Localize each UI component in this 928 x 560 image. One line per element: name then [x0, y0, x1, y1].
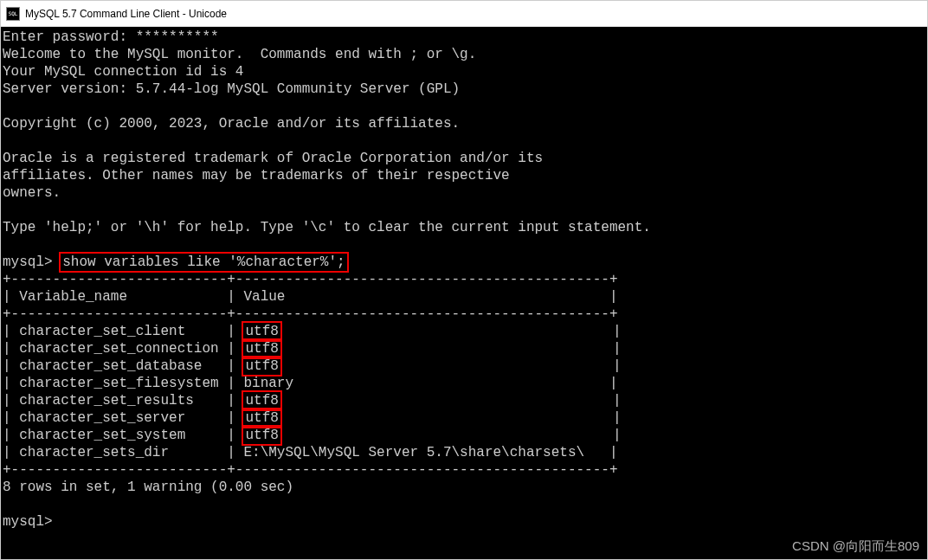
watermark: CSDN @向阳而生809 [792, 538, 919, 555]
app-window: SQL MySQL 5.7 Command Line Client - Unic… [0, 0, 928, 560]
highlighted-command: show variables like '%character%'; [59, 252, 348, 273]
mysql-icon: SQL [6, 7, 20, 21]
highlighted-value: utf8 [242, 425, 281, 446]
highlighted-value: utf8 [242, 356, 281, 377]
titlebar[interactable]: SQL MySQL 5.7 Command Line Client - Unic… [1, 1, 927, 27]
terminal-output[interactable]: Enter password: ********** Welcome to th… [1, 27, 927, 559]
window-title: MySQL 5.7 Command Line Client - Unicode [25, 8, 227, 20]
